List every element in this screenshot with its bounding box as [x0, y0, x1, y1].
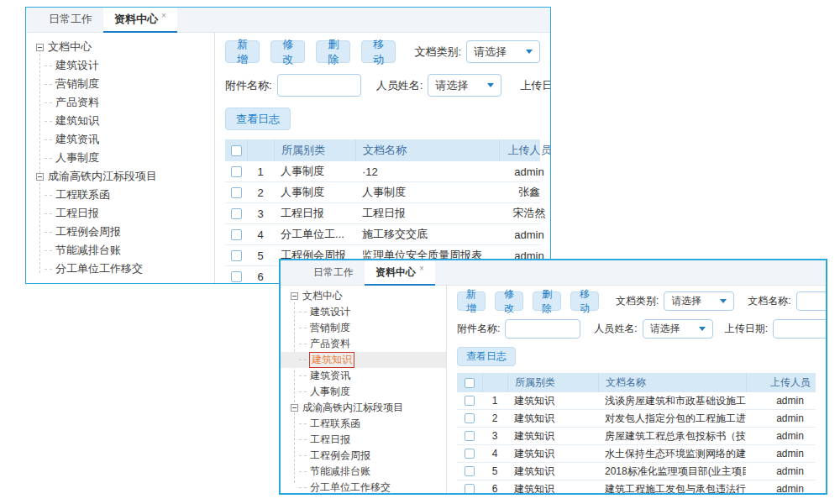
tab-bar: 日常工作 资料中心 ×	[281, 260, 826, 286]
tree-item[interactable]: 文档中心	[26, 38, 214, 56]
tree-item-label: 分工单位工作移交	[55, 261, 143, 276]
edit-button[interactable]: 修改	[495, 291, 523, 311]
row-checkbox[interactable]	[465, 449, 475, 459]
table-row[interactable]: 2 建筑知识 对发包人指定分包的工程施工进度安... admin	[457, 410, 816, 428]
row-checkbox[interactable]	[231, 187, 242, 198]
tree-item[interactable]: 工程日报	[281, 432, 446, 448]
row-checkbox[interactable]	[231, 208, 242, 219]
upload-date-input[interactable]	[773, 319, 826, 339]
tree-item[interactable]: 工程联系函	[281, 416, 446, 432]
row-number: 5	[247, 245, 274, 265]
table-row[interactable]: 3 建筑知识 房屋建筑工程总承包投标书（技术标... admin	[457, 428, 816, 445]
tree-item[interactable]: 建筑设计	[281, 304, 446, 320]
tree-item[interactable]: 人事制度	[26, 149, 214, 167]
row-checkbox[interactable]	[465, 466, 475, 476]
tree-item[interactable]: 营销制度	[281, 320, 446, 336]
table-row[interactable]: 1 建筑知识 浅谈房屋建筑和市政基础设施工程施... admin	[457, 392, 816, 410]
table-row[interactable]: 4 建筑知识 水土保持生态环境监测网络的建设与... admin	[457, 445, 816, 463]
row-uploader: admin	[746, 480, 826, 493]
tab-data-center[interactable]: 资料中心 ×	[103, 8, 177, 33]
tree-item-label: 工程例会周报	[310, 449, 370, 463]
tree-item-label: 工程联系函	[55, 187, 110, 202]
tree-item[interactable]: 产品资料	[26, 93, 214, 112]
edit-button[interactable]: 修改	[270, 40, 305, 63]
row-uploader: admin	[746, 463, 826, 480]
window-data-center-back: 日常工作 资料中心 × 文档中心 建筑设计	[25, 7, 551, 284]
select-all-checkbox[interactable]	[465, 378, 475, 388]
row-uploader: admin	[746, 428, 826, 444]
row-checkbox[interactable]	[231, 250, 242, 261]
doc-category-select[interactable]: 请选择	[664, 291, 734, 311]
tree-item[interactable]: 营销制度	[26, 75, 214, 93]
collapse-icon[interactable]	[36, 44, 44, 51]
doc-category-select[interactable]: 请选择	[466, 40, 540, 63]
collapse-icon[interactable]	[36, 173, 44, 181]
table-row[interactable]: 1 人事制度 ·12 admin	[225, 161, 540, 182]
col-category-header: 所属别类	[274, 139, 355, 161]
add-button[interactable]: 新增	[225, 40, 260, 63]
tab-daily-work[interactable]: 日常工作	[302, 260, 365, 286]
tree-item[interactable]: 节能减排台账	[281, 464, 446, 480]
tree-item[interactable]: 人事制度	[281, 384, 446, 400]
window-data-center-front: 日常工作 资料中心 × 文档中心 建筑设计	[279, 259, 827, 495]
row-checkbox[interactable]	[465, 431, 475, 441]
col-uploader-header: 上传人员	[746, 373, 826, 392]
add-button[interactable]: 新增	[457, 291, 486, 311]
tree-item[interactable]: 节能减排台账	[26, 241, 214, 260]
move-button[interactable]: 移动	[361, 40, 396, 63]
row-doc-name: 水土保持生态环境监测网络的建设与...	[598, 445, 746, 462]
person-name-select[interactable]: 请选择	[428, 74, 501, 97]
tree-item[interactable]: 分工单位工作移交	[281, 480, 446, 493]
tree-item-label: 人事制度	[55, 150, 99, 165]
move-button[interactable]: 移动	[570, 291, 599, 311]
attachment-name-input[interactable]	[277, 74, 361, 97]
row-number: 5	[482, 463, 507, 480]
doc-name-input[interactable]	[796, 291, 826, 311]
row-checkbox[interactable]	[465, 484, 475, 493]
delete-button[interactable]: 删除	[533, 291, 561, 311]
table-row[interactable]: 6 建筑知识 建筑工程施工发包与承包违法行为认... admin	[457, 480, 816, 493]
tree-item[interactable]: 工程例会周报	[26, 223, 214, 241]
tree-item[interactable]: 工程例会周报	[281, 448, 446, 464]
close-tab-icon[interactable]: ×	[419, 264, 424, 273]
tree-item[interactable]: 建筑资讯	[26, 130, 214, 149]
col-number-header	[247, 139, 274, 161]
attachment-name-input[interactable]	[505, 319, 580, 339]
tree-item[interactable]: 工程联系函	[26, 186, 214, 204]
tree-item[interactable]: 产品资料	[281, 336, 446, 352]
tree-item[interactable]: 建筑设计	[26, 56, 214, 75]
delete-button[interactable]: 删除	[316, 40, 350, 63]
tree-item[interactable]: 建筑知识	[281, 352, 446, 368]
tree-item[interactable]: 建筑知识	[26, 112, 214, 130]
tree-item[interactable]: 文档中心	[281, 288, 446, 304]
row-doc-name: 浅谈房屋建筑和市政基础设施工程施...	[598, 392, 746, 409]
table-row[interactable]: 2 人事制度 人事制度 张鑫	[225, 182, 540, 203]
tree-item[interactable]: 建筑资讯	[281, 368, 446, 384]
tree-item[interactable]: 工程日报	[26, 204, 214, 223]
table-row[interactable]: 5 建筑知识 2018标准化监理项目部(业主项目部)... admin	[457, 463, 816, 480]
table-row[interactable]: 4 分工单位工... 施工移交交底 admin	[225, 224, 540, 245]
tree-item[interactable]: 成渝高铁内江标段项目	[26, 167, 214, 186]
collapse-icon[interactable]	[291, 404, 298, 412]
row-checkbox[interactable]	[231, 271, 242, 282]
row-checkbox[interactable]	[465, 413, 475, 423]
select-all-checkbox[interactable]	[231, 145, 242, 156]
view-log-button[interactable]: 查看日志	[225, 108, 291, 130]
tab-label: 资料中心	[375, 265, 416, 280]
collapse-icon[interactable]	[291, 292, 298, 300]
tree-item[interactable]: 成渝高铁内江标段项目	[281, 400, 446, 416]
row-checkbox[interactable]	[231, 166, 242, 177]
tab-data-center[interactable]: 资料中心 ×	[365, 260, 435, 286]
row-category: 建筑知识	[507, 463, 598, 480]
person-name-select[interactable]: 请选择	[643, 319, 713, 339]
tree-item-label: 营销制度	[310, 321, 350, 335]
row-number: 1	[247, 161, 274, 181]
close-tab-icon[interactable]: ×	[161, 11, 166, 20]
row-category: 人事制度	[274, 182, 355, 202]
tree-item[interactable]: 分工单位工作移交	[26, 260, 214, 278]
row-checkbox[interactable]	[231, 229, 242, 240]
table-row[interactable]: 3 工程日报 工程日报 宋浩然	[225, 203, 540, 224]
view-log-button[interactable]: 查看日志	[457, 347, 516, 366]
row-checkbox[interactable]	[465, 396, 475, 406]
tab-daily-work[interactable]: 日常工作	[38, 8, 103, 33]
